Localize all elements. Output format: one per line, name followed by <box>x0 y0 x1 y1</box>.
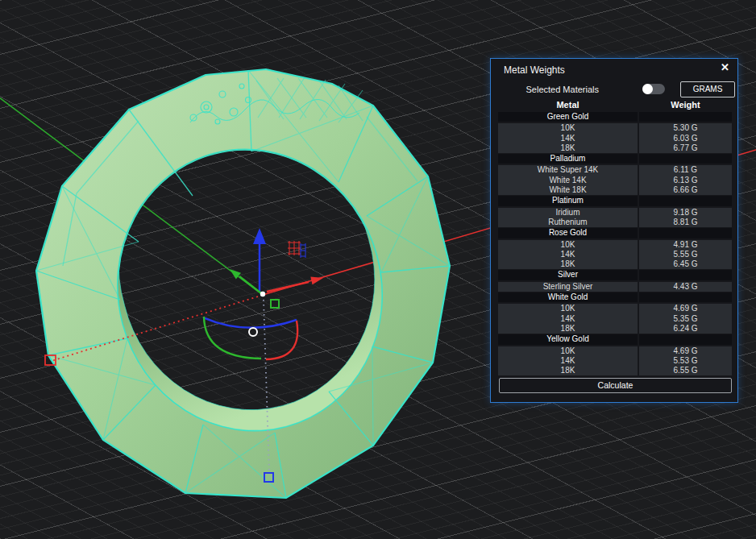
unit-button[interactable]: GRAMS <box>680 81 735 97</box>
calculate-button[interactable]: Calculate <box>499 378 732 393</box>
metal-cell: Ruthenium <box>498 218 638 227</box>
metal-group-row: Yellow Gold <box>498 334 732 344</box>
weight-cell: 5.30 G <box>639 123 732 133</box>
ring-band[interactable] <box>36 69 450 498</box>
metal-data-row: White 18K6.66 G <box>498 185 732 195</box>
weight-cell <box>639 112 732 122</box>
metal-cell: Silver <box>498 270 638 280</box>
metal-data-row: 14K5.35 G <box>498 314 732 324</box>
selected-materials-toggle[interactable] <box>642 84 665 94</box>
metal-data-row: Iridium9.18 G <box>498 208 732 218</box>
toggle-knob <box>642 84 653 94</box>
weight-cell: 4.43 G <box>639 282 732 292</box>
metal-data-row: 10K4.69 G <box>498 346 732 356</box>
weight-cell <box>639 228 732 238</box>
column-header-weight: Weight <box>639 100 732 110</box>
metal-cell: Sterling Silver <box>498 282 638 292</box>
ring-model[interactable] <box>36 69 450 498</box>
weight-cell: 5.55 G <box>639 250 732 259</box>
metal-cell: 10K <box>498 304 638 313</box>
metal-cell: Green Gold <box>498 112 638 122</box>
weight-cell: 4.69 G <box>639 304 732 313</box>
metal-group-row: Silver <box>498 270 732 280</box>
gumball-origin-dot[interactable] <box>260 292 265 296</box>
metal-data-row: 18K6.45 G <box>498 259 732 269</box>
weight-cell <box>639 196 732 205</box>
weight-cell: 6.77 G <box>639 143 732 153</box>
gumball-y-arrow[interactable] <box>239 276 261 293</box>
weight-cell: 9.18 G <box>639 208 732 218</box>
metal-cell: 18K <box>498 143 638 153</box>
metal-data-row: 14K6.03 G <box>498 134 732 143</box>
metal-cell: 14K <box>498 134 638 143</box>
metal-data-row: 14K5.53 G <box>498 356 732 366</box>
metal-cell: White 18K <box>498 185 638 195</box>
selected-materials-label: Selected Materials <box>491 85 599 94</box>
metal-group-row: Platinum <box>498 196 732 205</box>
weight-cell <box>639 154 732 164</box>
metal-data-row: 18K6.24 G <box>498 324 732 334</box>
metal-cell: 18K <box>498 259 638 269</box>
metal-cell: Iridium <box>498 208 638 218</box>
metal-data-row: 10K4.69 G <box>498 304 732 313</box>
weight-cell: 6.45 G <box>639 259 732 269</box>
metal-cell: 10K <box>498 346 638 356</box>
metal-cell: Rose Gold <box>498 228 638 238</box>
weight-cell: 5.53 G <box>639 356 732 366</box>
metal-cell: White Super 14K <box>498 165 638 175</box>
gumball-x-arrow[interactable] <box>267 282 309 292</box>
metal-cell: Yellow Gold <box>498 334 638 344</box>
metal-weights-table: Green Gold10K5.30 G14K6.03 G18K6.77 GPal… <box>498 111 732 375</box>
app-window: Metal Weights ✕ Selected Materials GRAMS… <box>0 0 756 539</box>
metal-cell: 18K <box>498 366 638 375</box>
metal-cell: White Gold <box>498 292 638 302</box>
gumball-menu-handle[interactable] <box>249 328 257 336</box>
weight-cell: 6.55 G <box>639 366 732 375</box>
gumball-x-arrowhead[interactable] <box>310 277 323 285</box>
metal-group-row: Green Gold <box>498 112 732 122</box>
metal-data-row: 18K6.77 G <box>498 143 732 153</box>
column-header-metal: Metal <box>498 100 638 110</box>
weight-cell: 4.69 G <box>639 346 732 356</box>
weight-cell: 6.24 G <box>639 324 732 334</box>
metal-data-row: White Super 14K6.11 G <box>498 165 732 175</box>
metal-cell: 18K <box>498 324 638 334</box>
gumball[interactable] <box>203 228 323 359</box>
metal-data-row: 18K6.55 G <box>498 366 732 375</box>
metal-cell: 14K <box>498 314 638 324</box>
gumball-plane-glyph <box>288 241 305 258</box>
metal-data-row: Sterling Silver4.43 G <box>498 282 732 292</box>
metal-cell: 10K <box>498 123 638 133</box>
metal-weights-panel: Metal Weights ✕ Selected Materials GRAMS… <box>490 58 738 403</box>
metal-cell: 14K <box>498 250 638 259</box>
weight-cell: 5.35 G <box>639 314 732 324</box>
weight-cell: 6.11 G <box>639 165 732 175</box>
panel-title[interactable]: Metal Weights <box>504 64 565 76</box>
weight-cell: 6.13 G <box>639 176 732 185</box>
close-icon[interactable]: ✕ <box>721 62 729 73</box>
metal-cell: 14K <box>498 356 638 366</box>
gumball-scale-handle[interactable] <box>271 300 279 308</box>
gumball-rotate-y-arc[interactable] <box>204 317 261 359</box>
metal-cell: Palladium <box>498 154 638 164</box>
weight-cell: 8.81 G <box>639 218 732 227</box>
metal-cell: 10K <box>498 240 638 250</box>
metal-data-row: Ruthenium8.81 G <box>498 218 732 227</box>
metal-group-row: Rose Gold <box>498 228 732 238</box>
weight-cell: 6.03 G <box>639 134 732 143</box>
metal-data-row: 10K4.91 G <box>498 240 732 250</box>
metal-data-row: 10K5.30 G <box>498 123 732 133</box>
metal-data-row: White 14K6.13 G <box>498 176 732 185</box>
metal-group-row: White Gold <box>498 292 732 302</box>
metal-cell: White 14K <box>498 176 638 185</box>
weight-cell: 4.91 G <box>639 240 732 250</box>
metal-data-row: 14K5.55 G <box>498 250 732 259</box>
gumball-z-arrowhead[interactable] <box>253 228 266 244</box>
weight-cell <box>639 334 732 344</box>
weight-cell: 6.66 G <box>639 185 732 195</box>
gumball-rotate-z-arc[interactable] <box>203 317 297 328</box>
metal-group-row: Palladium <box>498 154 732 164</box>
metal-cell: Platinum <box>498 196 638 205</box>
weight-cell <box>639 292 732 302</box>
weight-cell <box>639 270 732 280</box>
